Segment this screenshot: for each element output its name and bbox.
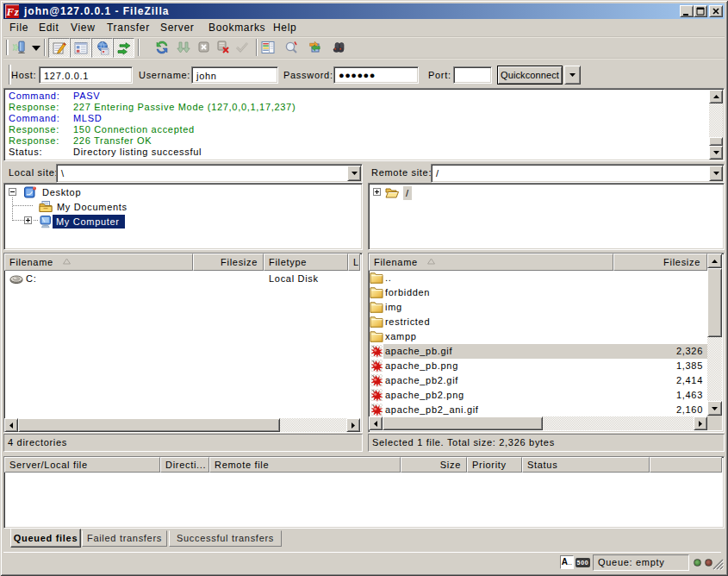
- svg-text:Fz: Fz: [6, 5, 20, 18]
